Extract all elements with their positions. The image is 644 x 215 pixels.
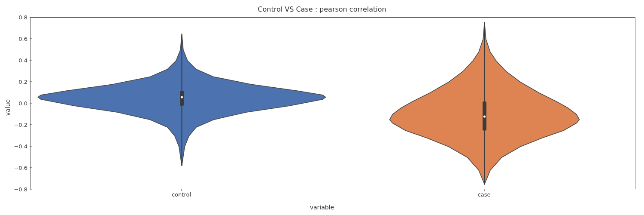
x-axis-label: variable	[0, 204, 644, 211]
y-tick-mark	[30, 60, 32, 61]
y-tick-mark	[30, 103, 32, 104]
y-tick-label: −0.6	[0, 165, 27, 171]
violin-layer	[30, 18, 636, 190]
y-tick-label: 0.6	[0, 36, 27, 42]
x-tick-mark	[181, 189, 182, 191]
y-tick-label: −0.2	[0, 122, 27, 128]
y-tick-mark	[30, 125, 32, 125]
y-tick-mark	[30, 189, 32, 190]
chart-title: Control VS Case : pearson correlation	[0, 5, 644, 13]
y-tick-label: −0.8	[0, 186, 27, 193]
y-tick-mark	[30, 168, 32, 168]
y-tick-label: 0.8	[0, 14, 27, 21]
figure: Control VS Case : pearson correlation va…	[0, 0, 644, 215]
y-tick-label: 0.0	[0, 100, 27, 107]
y-axis-label: value	[3, 0, 12, 215]
y-tick-mark	[30, 17, 32, 18]
median-dot-control	[181, 96, 183, 98]
y-tick-mark	[30, 82, 32, 82]
y-tick-label: −0.4	[0, 143, 27, 150]
median-dot-case	[483, 115, 486, 117]
y-tick-label: 0.2	[0, 79, 27, 85]
x-tick-mark	[484, 189, 484, 191]
x-tick-label: control	[172, 191, 191, 198]
y-tick-label: 0.4	[0, 57, 27, 64]
y-tick-mark	[30, 39, 32, 39]
y-tick-mark	[30, 146, 32, 147]
plot-area	[30, 17, 635, 189]
x-tick-label: case	[478, 191, 491, 198]
